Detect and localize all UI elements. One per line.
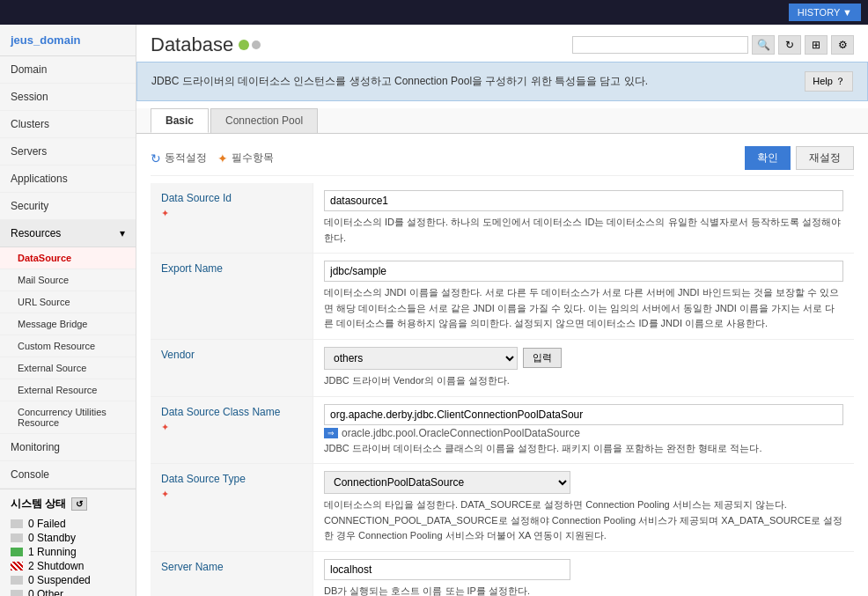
status-running-row: 1 Running — [11, 545, 125, 559]
status-suspended-icon — [11, 576, 23, 585]
status-refresh-icon[interactable]: ↺ — [71, 497, 87, 511]
sidebar-item-clusters[interactable]: Clusters — [0, 111, 136, 138]
required-icon: ✦ — [217, 151, 228, 166]
required-star-datasource-id: ✦ — [161, 208, 169, 219]
content-vendor: others oracle mysql mssql db2 입력 JDBC 드라… — [313, 340, 854, 396]
label-vendor: Vendor — [151, 340, 313, 396]
dynamic-icon: ↻ — [151, 151, 161, 166]
main-layout: jeus_domain Domain Session Clusters Serv… — [0, 25, 868, 596]
content-server-name: DB가 실행되는 호스트 이름 또는 IP를 설정한다. — [313, 552, 854, 596]
confirm-button[interactable]: 확인 — [745, 146, 791, 170]
export-button[interactable]: ⊞ — [805, 35, 828, 55]
suggest-icon: ⇒ — [324, 428, 338, 438]
label-data-source-type: Data Source Type ✦ — [151, 464, 313, 551]
toolbar-dynamic: ↻ 동적설정 — [151, 151, 207, 166]
sidebar-item-domain[interactable]: Domain — [0, 56, 136, 84]
status-dot-green — [239, 40, 249, 50]
sidebar-item-session[interactable]: Session — [0, 84, 136, 111]
sidebar-item-applications[interactable]: Applications — [0, 166, 136, 193]
required-star-type: ✦ — [161, 489, 169, 500]
sidebar-sub-external-resource[interactable]: External Resource — [0, 379, 136, 401]
info-banner-text: JDBC 드라이버의 데이터소스 인스턴스를 생성하고 Connection P… — [151, 74, 648, 89]
label-class-name: Data Source Class Name ✦ — [151, 397, 313, 464]
label-server-name: Server Name — [151, 552, 313, 596]
field-data-source-type: Data Source Type ✦ ConnectionPoolDataSou… — [151, 464, 854, 552]
refresh-button[interactable]: ↻ — [778, 35, 801, 55]
settings-button[interactable]: ⚙ — [831, 35, 854, 55]
sidebar-item-console[interactable]: Console — [0, 461, 136, 489]
info-banner: JDBC 드라이버의 데이터소스 인스턴스를 생성하고 Connection P… — [136, 62, 868, 101]
classname-suggestion: ⇒ oracle.jdbc.pool.OracleConnectionPoolD… — [324, 425, 843, 441]
field-class-name: Data Source Class Name ✦ ⇒ oracle.jdbc.p… — [151, 397, 854, 465]
content-header: Database 🔍 ↻ ⊞ ⚙ — [136, 25, 868, 62]
status-shutdown-icon — [11, 562, 23, 570]
desc-export-name: 데이터소스의 JNDI 이름을 설정한다. 서로 다른 두 데이터소스가 서로 … — [324, 285, 843, 332]
label-export-name: Export Name — [151, 254, 313, 339]
status-standby-row: 0 Standby — [11, 531, 125, 545]
desc-datasource-id: 데이터소스의 ID를 설정한다. 하나의 도메인에서 데이터소스 ID는 데이터… — [324, 215, 843, 246]
field-datasource-id: Data Source Id ✦ 데이터소스의 ID를 설정한다. 하나의 도메… — [151, 183, 854, 254]
sidebar-sub-mail-source[interactable]: Mail Source — [0, 269, 136, 291]
sidebar-sub-message-bridge[interactable]: Message Bridge — [0, 313, 136, 335]
type-select[interactable]: ConnectionPoolDataSource DATA_SOURCE CON… — [324, 471, 570, 494]
help-button[interactable]: Help ？ — [805, 71, 853, 92]
content-datasource-id: 데이터소스의 ID를 설정한다. 하나의 도메인에서 데이터소스 ID는 데이터… — [313, 183, 854, 253]
status-title: 시스템 상태 ↺ — [11, 497, 125, 511]
toolbar-required: ✦ 필수항목 — [217, 151, 274, 166]
vendor-select[interactable]: others oracle mysql mssql db2 — [324, 347, 518, 370]
content-data-source-type: ConnectionPoolDataSource DATA_SOURCE CON… — [313, 464, 854, 551]
desc-data-source-type: 데이터소스의 타입을 설정한다. DATA_SOURCE로 설정하면 Conne… — [324, 497, 843, 544]
field-vendor: Vendor others oracle mysql mssql db2 입력 … — [151, 340, 854, 397]
form-toolbar: ↻ 동적설정 ✦ 필수항목 확인 재설정 — [151, 141, 854, 176]
status-other-row: 0 Other — [11, 587, 125, 596]
field-export-name: Export Name 데이터소스의 JNDI 이름을 설정한다. 서로 다른 … — [151, 254, 854, 340]
status-standby-icon — [11, 533, 23, 542]
vendor-input-button[interactable]: 입력 — [523, 348, 562, 368]
history-button[interactable]: HISTORY ▼ — [789, 4, 861, 21]
search-input[interactable] — [572, 36, 748, 54]
status-area: 시스템 상태 ↺ 0 Failed 0 Standby 1 Running 2 … — [0, 489, 136, 596]
input-datasource-id[interactable] — [324, 190, 843, 211]
sidebar-item-servers[interactable]: Servers — [0, 138, 136, 166]
vendor-row: others oracle mysql mssql db2 입력 — [324, 347, 843, 370]
input-class-name[interactable] — [324, 404, 843, 425]
status-dot-gray — [252, 40, 261, 49]
toolbar-left: ↻ 동적설정 ✦ 필수항목 — [151, 151, 274, 166]
form-area: ↻ 동적설정 ✦ 필수항목 확인 재설정 Data Source Id — [136, 134, 868, 596]
sidebar-sub-external-source[interactable]: External Source — [0, 357, 136, 379]
sidebar-sub-datasource[interactable]: DataSource — [0, 247, 136, 269]
toolbar-right: 확인 재설정 — [745, 146, 854, 170]
sidebar-item-security[interactable]: Security — [0, 193, 136, 220]
sidebar-section-resources[interactable]: Resources ▾ — [0, 220, 136, 247]
page-title: Database — [151, 33, 233, 56]
content-area: Database 🔍 ↻ ⊞ ⚙ JDBC 드라이버의 데이터소스 인스턴스를 … — [136, 25, 868, 596]
tabs: Basic Connection Pool — [136, 108, 868, 134]
desc-vendor: JDBC 드라이버 Vendor의 이름을 설정한다. — [324, 373, 843, 389]
status-failed-icon — [11, 519, 23, 528]
status-other-icon — [11, 590, 23, 596]
search-button[interactable]: 🔍 — [752, 35, 775, 55]
input-server-name[interactable] — [324, 559, 570, 580]
sidebar-item-monitoring[interactable]: Monitoring — [0, 434, 136, 461]
reset-button[interactable]: 재설정 — [796, 146, 854, 170]
desc-class-name: JDBC 드라이버 데이터소스 클래스의 이름을 설정한다. 패키지 이름을 포… — [324, 441, 843, 457]
label-datasource-id: Data Source Id ✦ — [151, 183, 313, 253]
status-failed-row: 0 Failed — [11, 517, 125, 531]
status-running-icon — [11, 548, 23, 556]
required-star-class-name: ✦ — [161, 422, 169, 433]
domain-label[interactable]: jeus_domain — [0, 25, 136, 56]
tab-basic[interactable]: Basic — [151, 108, 209, 133]
field-server-name: Server Name DB가 실행되는 호스트 이름 또는 IP를 설정한다. — [151, 552, 854, 596]
sidebar-sub-custom-resource[interactable]: Custom Resource — [0, 335, 136, 357]
tab-connection-pool[interactable]: Connection Pool — [210, 108, 318, 133]
page-title-area: Database — [151, 33, 261, 56]
sidebar-sub-concurrency[interactable]: Concurrency Utilities Resource — [0, 401, 136, 434]
type-row: ConnectionPoolDataSource DATA_SOURCE CON… — [324, 471, 843, 494]
status-suspended-row: 0 Suspended — [11, 573, 125, 587]
top-bar: HISTORY ▼ — [0, 0, 868, 25]
input-export-name[interactable] — [324, 261, 843, 282]
sidebar-sub-url-source[interactable]: URL Source — [0, 291, 136, 313]
desc-server-name: DB가 실행되는 호스트 이름 또는 IP를 설정한다. — [324, 584, 843, 596]
content-class-name: ⇒ oracle.jdbc.pool.OracleConnectionPoolD… — [313, 397, 854, 464]
header-right: 🔍 ↻ ⊞ ⚙ — [572, 35, 854, 55]
